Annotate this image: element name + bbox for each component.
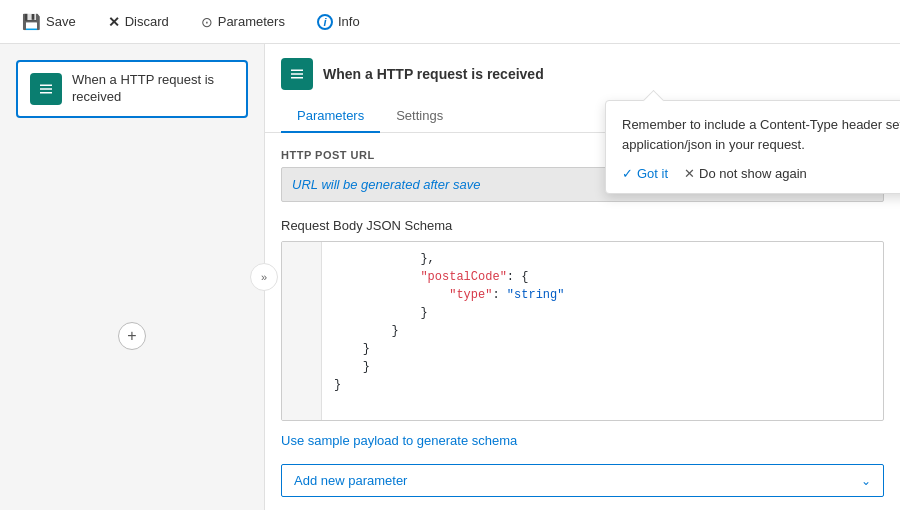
add-parameter-dropdown[interactable]: Add new parameter ⌄ (281, 464, 884, 497)
expand-arrow[interactable]: » (250, 263, 278, 291)
info-label: Info (338, 14, 360, 29)
tab-settings[interactable]: Settings (380, 100, 459, 133)
left-panel: When a HTTP request is received » + (0, 44, 265, 510)
do-not-show-button[interactable]: ✕ Do not show again (684, 166, 807, 181)
code-body[interactable]: }, "postalCode": { "type": "string" } } … (322, 242, 883, 420)
line-num (282, 394, 321, 412)
info-button[interactable]: i Info (311, 10, 366, 34)
schema-label: Request Body JSON Schema (281, 218, 884, 233)
code-line: } (334, 376, 871, 394)
chevron-down-icon: ⌄ (861, 474, 871, 488)
code-line: } (334, 322, 871, 340)
panel-http-icon (288, 65, 306, 83)
line-num (282, 304, 321, 322)
got-it-button[interactable]: ✓ Got it (622, 166, 668, 181)
panel-title: When a HTTP request is received (323, 66, 544, 82)
check-icon: ✓ (622, 166, 633, 181)
parameters-button[interactable]: ⊙ Parameters (195, 10, 291, 34)
code-line: } (334, 304, 871, 322)
discard-button[interactable]: ✕ Discard (102, 10, 175, 34)
code-line: }, (334, 250, 871, 268)
tab-parameters-label: Parameters (297, 108, 364, 123)
trigger-label: When a HTTP request is received (72, 72, 234, 106)
plus-icon: + (127, 327, 136, 345)
tooltip-actions: ✓ Got it ✕ Do not show again (622, 166, 900, 181)
add-param-label: Add new parameter (294, 473, 407, 488)
code-content: }, "postalCode": { "type": "string" } } … (282, 242, 883, 420)
save-label: Save (46, 14, 76, 29)
code-line: } (334, 340, 871, 358)
code-line: "type": "string" (334, 286, 871, 304)
toolbar: 💾 Save ✕ Discard ⊙ Parameters i Info (0, 0, 900, 44)
info-icon: i (317, 14, 333, 30)
no-show-label: Do not show again (699, 166, 807, 181)
tooltip-popup: Remember to include a Content-Type heade… (605, 100, 900, 194)
tab-parameters[interactable]: Parameters (281, 100, 380, 133)
discard-label: Discard (125, 14, 169, 29)
sample-payload-link[interactable]: Use sample payload to generate schema (281, 433, 517, 448)
tab-settings-label: Settings (396, 108, 443, 123)
http-request-icon (37, 80, 55, 98)
discard-icon: ✕ (108, 14, 120, 30)
code-line: "postalCode": { (334, 268, 871, 286)
chevron-right-icon: » (261, 271, 267, 283)
right-panel: When a HTTP request is received Remember… (265, 44, 900, 510)
line-num (282, 376, 321, 394)
parameters-icon: ⊙ (201, 14, 213, 30)
panel-header: When a HTTP request is received (265, 44, 900, 90)
line-num (282, 250, 321, 268)
main-layout: When a HTTP request is received » + When… (0, 44, 900, 510)
line-num (282, 322, 321, 340)
x-icon: ✕ (684, 166, 695, 181)
code-editor: }, "postalCode": { "type": "string" } } … (281, 241, 884, 421)
trigger-card[interactable]: When a HTTP request is received (16, 60, 248, 118)
line-num (282, 340, 321, 358)
panel-header-icon (281, 58, 313, 90)
line-num (282, 358, 321, 376)
code-line: } (334, 358, 871, 376)
save-button[interactable]: 💾 Save (16, 9, 82, 35)
save-icon: 💾 (22, 13, 41, 31)
line-num (282, 268, 321, 286)
got-it-label: Got it (637, 166, 668, 181)
line-num (282, 286, 321, 304)
tooltip-message: Remember to include a Content-Type heade… (622, 115, 900, 154)
line-numbers (282, 242, 322, 420)
parameters-label: Parameters (218, 14, 285, 29)
trigger-icon (30, 73, 62, 105)
add-step-button[interactable]: + (118, 322, 146, 350)
